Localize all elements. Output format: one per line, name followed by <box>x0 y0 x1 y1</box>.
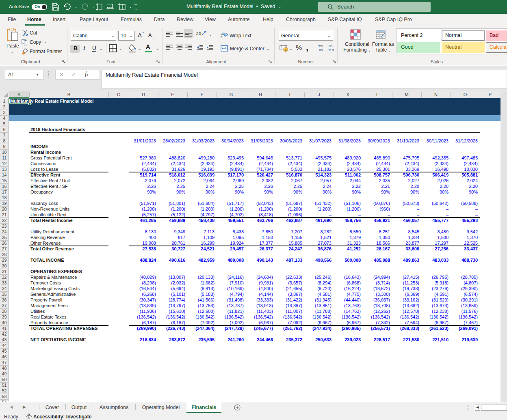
svg-text:0: 0 <box>332 48 334 52</box>
svg-text:.00: .00 <box>328 44 333 48</box>
svg-text:.00: .00 <box>318 48 323 52</box>
svg-text:¢: ¢ <box>285 48 286 52</box>
svg-text:c: c <box>221 35 223 39</box>
svg-text:0: 0 <box>321 44 323 48</box>
